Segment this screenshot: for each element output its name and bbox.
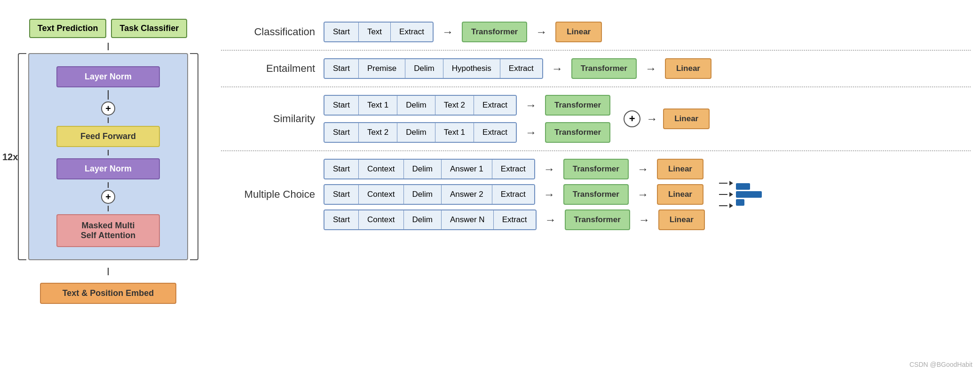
bracket-right bbox=[190, 53, 198, 260]
mc-row-1: Start Context Delim Answer 1 Extract → T… bbox=[324, 159, 705, 179]
token-delim: Delim bbox=[397, 123, 435, 142]
similarity-row: Similarity Start Text 1 Delim Text 2 Ext… bbox=[221, 87, 971, 151]
transformer-2: Transformer bbox=[571, 58, 637, 79]
bar-2 bbox=[736, 191, 762, 198]
token-text2: Text 2 bbox=[435, 96, 474, 115]
bar-1 bbox=[736, 183, 750, 190]
token-hypothesis: Hypothesis bbox=[443, 59, 500, 78]
bracket-left bbox=[18, 53, 26, 260]
transformer-4c: Transformer bbox=[565, 209, 630, 230]
similarity-row-1: Start Text 1 Delim Text 2 Extract → Tran… bbox=[324, 95, 610, 116]
token-extract: Extract bbox=[500, 59, 542, 78]
sim-tokens-1: Start Text 1 Delim Text 2 Extract bbox=[324, 95, 517, 116]
linear-1: Linear bbox=[555, 22, 602, 42]
mc-tokens-2: Start Context Delim Answer 2 Extract bbox=[324, 184, 535, 205]
similarity-row-2: Start Text 2 Delim Text 1 Extract → Tran… bbox=[324, 122, 610, 143]
linear-2: Linear bbox=[665, 58, 711, 79]
mc-row-3: Start Context Delim Answer N Extract → T… bbox=[324, 209, 705, 230]
linear-4b: Linear bbox=[657, 184, 703, 205]
transformer-1: Transformer bbox=[462, 22, 527, 42]
arrow-2: → bbox=[536, 25, 547, 39]
linear-4a: Linear bbox=[657, 159, 703, 179]
feed-forward-box: Feed Forward bbox=[56, 126, 160, 147]
linear-3: Linear bbox=[663, 108, 710, 129]
token-answer2: Answer 2 bbox=[442, 185, 492, 204]
token-start: Start bbox=[324, 96, 359, 115]
mc-tokens-3: Start Context Delim Answer N Extract bbox=[324, 209, 537, 230]
task-classifier-box: Task Classifier bbox=[111, 19, 187, 38]
arrow-11: → bbox=[637, 188, 648, 201]
entailment-row: Entailment Start Premise Delim Hypothesi… bbox=[221, 51, 971, 87]
classification-tokens: Start Text Extract bbox=[324, 22, 434, 42]
embed-box: Text & Position Embed bbox=[40, 283, 176, 304]
token-text1: Text 1 bbox=[359, 96, 397, 115]
token-answer1: Answer 1 bbox=[442, 160, 492, 178]
similarity-col: Start Text 1 Delim Text 2 Extract → Tran… bbox=[324, 95, 610, 143]
arrow-9: → bbox=[637, 163, 648, 176]
arrow-1: → bbox=[442, 25, 453, 39]
token-start: Start bbox=[324, 123, 359, 142]
token-extract: Extract bbox=[391, 23, 433, 41]
classification-row: Classification Start Text Extract → Tran… bbox=[221, 14, 971, 51]
entailment-label: Entailment bbox=[221, 62, 315, 75]
token-answern: Answer N bbox=[442, 210, 494, 229]
token-extract: Extract bbox=[474, 96, 516, 115]
arrow-12: → bbox=[545, 213, 556, 226]
token-start: Start bbox=[324, 210, 359, 229]
mc-label: Multiple Choice bbox=[221, 188, 315, 201]
token-start: Start bbox=[324, 23, 359, 41]
token-extract: Extract bbox=[492, 160, 534, 178]
transformer-4b: Transformer bbox=[563, 184, 629, 205]
transformer-4a: Transformer bbox=[563, 159, 629, 179]
token-extract: Extract bbox=[474, 123, 516, 142]
arrow-4: → bbox=[645, 62, 656, 75]
transformer-block: Text Prediction Task Classifier 12x Laye… bbox=[9, 9, 207, 363]
tasks-panel: Classification Start Text Extract → Tran… bbox=[221, 9, 971, 363]
classification-label: Classification bbox=[221, 26, 315, 38]
token-delim: Delim bbox=[404, 210, 442, 229]
arrow-7: → bbox=[646, 112, 657, 125]
plus-circle-top: + bbox=[101, 101, 115, 116]
token-extract: Extract bbox=[494, 210, 536, 229]
token-text1: Text 1 bbox=[435, 123, 474, 142]
transformer-3b: Transformer bbox=[545, 122, 610, 143]
mc-row-2: Start Context Delim Answer 2 Extract → T… bbox=[324, 184, 705, 205]
plus-circle-bottom: + bbox=[101, 190, 115, 204]
layer-norm-top: Layer Norm bbox=[56, 66, 160, 87]
multiple-choice-row: Multiple Choice Start Context Delim Answ… bbox=[221, 151, 971, 238]
token-text2: Text 2 bbox=[359, 123, 397, 142]
bar-3 bbox=[736, 199, 744, 206]
token-delim: Delim bbox=[404, 185, 442, 204]
arrow-13: → bbox=[639, 213, 650, 226]
mc-col: Start Context Delim Answer 1 Extract → T… bbox=[324, 159, 705, 230]
token-start: Start bbox=[324, 59, 359, 78]
token-delim: Delim bbox=[397, 96, 435, 115]
arrow-10: → bbox=[544, 188, 555, 201]
token-context: Context bbox=[359, 185, 404, 204]
token-premise: Premise bbox=[359, 59, 405, 78]
main-block: Layer Norm + Feed Forward Layer Norm + bbox=[28, 53, 188, 260]
token-context: Context bbox=[359, 160, 404, 178]
token-delim: Delim bbox=[404, 160, 442, 178]
arrow-8: → bbox=[544, 163, 555, 176]
watermark: CSDN @BGoodHabit bbox=[909, 361, 972, 368]
text-prediction-box: Text Prediction bbox=[29, 19, 107, 38]
arrow-3: → bbox=[552, 62, 563, 75]
repeat-label: 12x bbox=[2, 151, 18, 162]
softmax-bars bbox=[736, 183, 762, 206]
similarity-label: Similarity bbox=[221, 113, 315, 125]
mc-tokens-1: Start Context Delim Answer 1 Extract bbox=[324, 159, 535, 179]
token-delim: Delim bbox=[405, 59, 443, 78]
masked-attn-box: Masked MultiSelf Attention bbox=[56, 214, 160, 247]
sim-tokens-2: Start Text 2 Delim Text 1 Extract bbox=[324, 122, 517, 143]
token-extract: Extract bbox=[492, 185, 534, 204]
transformer-3a: Transformer bbox=[545, 95, 610, 116]
plus-similarity: + bbox=[624, 110, 640, 127]
entailment-tokens: Start Premise Delim Hypothesis Extract bbox=[324, 58, 543, 79]
token-start: Start bbox=[324, 185, 359, 204]
token-text: Text bbox=[359, 23, 391, 41]
layer-norm-bottom: Layer Norm bbox=[56, 158, 160, 179]
linear-4c: Linear bbox=[658, 209, 705, 230]
arrow-5: → bbox=[525, 99, 537, 112]
arrow-6: → bbox=[525, 126, 537, 139]
